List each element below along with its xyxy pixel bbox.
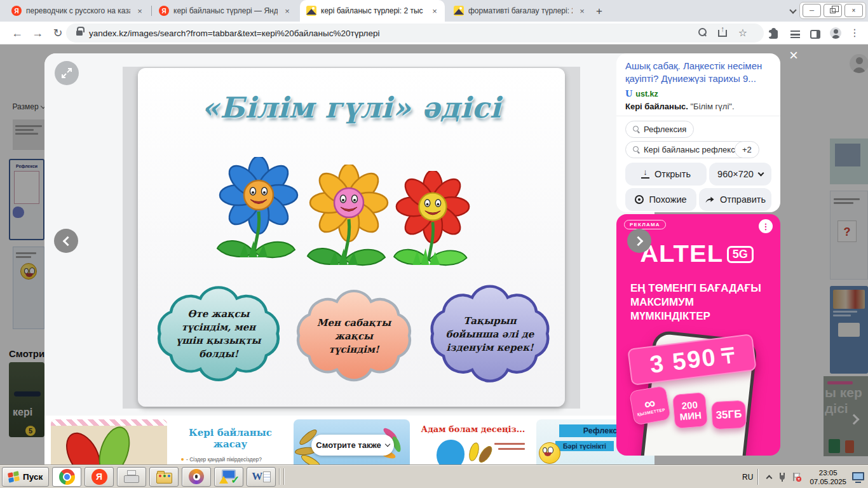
related-thumbnail[interactable]: Адам болам десеңіз... (415, 419, 531, 464)
tab-formative[interactable]: формативті бағалау түрлері: 2 ты × (447, 0, 592, 22)
yandex-favicon: Я (159, 6, 169, 16)
more-tags-button[interactable]: +2 (735, 141, 759, 158)
time: 23:05 (810, 468, 846, 477)
tenge-symbol (721, 346, 735, 364)
open-image-button[interactable]: Открыть (625, 163, 707, 186)
result-snippet: Кері байланыс. "Білім гүлі". (625, 102, 735, 111)
tag-keri-bailanys[interactable]: Кері байланыс рефлексия (625, 141, 752, 158)
tab-search[interactable]: Я кері байланыс түрлері — Яндекс: н × (153, 0, 297, 22)
folder-icon (156, 473, 172, 484)
related-thumbnail[interactable]: Кері байланыс жасау - Сіздер қандай пікі… (172, 419, 288, 464)
bullet-icon (181, 458, 184, 461)
start-button[interactable]: Пуск (2, 467, 49, 487)
tab-separator (151, 6, 152, 16)
security-orb-icon (189, 469, 204, 484)
restore-button[interactable] (824, 4, 842, 17)
taskbar-security-button[interactable] (182, 467, 211, 487)
minimize-button[interactable]: ─ (803, 4, 821, 17)
windows-logo-icon (8, 471, 20, 482)
thumbnail-line: Бәрі түсінікті (555, 441, 614, 451)
tab-translator[interactable]: Я переводчик с русского на казахск × (5, 0, 150, 22)
tab-close-icon[interactable]: × (135, 6, 145, 16)
address-bar[interactable]: yandex.kz/images/search?from=tabbar&text… (66, 24, 764, 43)
search-icon (633, 126, 640, 133)
viewed-image[interactable]: «Білім гүлі» әдісі (138, 68, 565, 407)
close-viewer-button[interactable]: × (785, 47, 802, 64)
system-tray: RU 23:05 07.05.2025 (742, 465, 868, 488)
hidden-icons-chevron[interactable] (766, 475, 773, 481)
profile-avatar-icon[interactable] (830, 27, 841, 39)
viewer-image-area: «Білім гүлі» әдісі (123, 67, 580, 409)
cloud-text: Тақырып бойынша әлі де ізденуім керек! (420, 280, 560, 388)
snippet-bold: Кері байланыс. (625, 102, 688, 111)
url-text: yandex.kz/images/search?from=tabbar&text… (89, 29, 379, 38)
forward-button[interactable]: → (29, 25, 46, 41)
reading-list-icon[interactable] (789, 28, 801, 39)
taskbar-grip (279, 468, 280, 485)
see-also-button[interactable]: Смотрите также (311, 435, 394, 456)
tab-images-active[interactable]: кері байланыс түрлері: 2 тыс изоб × (300, 0, 445, 22)
close-window-button[interactable]: × (844, 4, 863, 17)
tag-label: Рефлексия (644, 125, 686, 134)
screen: Я переводчик с русского на казахск × Я к… (0, 0, 868, 488)
similar-images-button[interactable]: Похожие (625, 188, 696, 211)
search-icon (633, 146, 640, 153)
show-desktop-icon[interactable] (851, 471, 865, 483)
thumbnail-line: - Сіздер қандай пікірдесіздер? (186, 456, 262, 463)
unlimited-services-chip: ∞ ҚЫЗМЕТТЕР (629, 385, 671, 425)
taskbar-yandex-button[interactable]: Я (85, 467, 114, 487)
send-arrow-icon (705, 195, 715, 204)
power-plug-icon[interactable] (778, 472, 787, 482)
tag-refleksiya[interactable]: Рефлексия (625, 121, 694, 138)
image-viewer-modal: «Білім гүлі» әдісі (44, 53, 654, 464)
tab-close-icon[interactable]: × (430, 6, 440, 16)
side-panel-icon[interactable] (810, 28, 821, 39)
search-icon[interactable] (696, 27, 708, 39)
see-also-label: Смотрите также (316, 440, 381, 450)
taskbar-chrome-button[interactable] (52, 467, 81, 487)
next-image-button[interactable] (627, 229, 651, 253)
feedback-cloud-purple: Тақырып бойынша әлі де ізденуім керек! (420, 280, 560, 388)
cloud-text: Өте жақсы түсіндім, мен үшін қызықты бол… (147, 281, 290, 387)
taskbar-monitor-button[interactable]: ✓ (214, 467, 243, 487)
chevron-down-icon (757, 170, 764, 176)
more-tags-count: +2 (742, 145, 752, 154)
feedback-cloud-orange: Мен сабақты жақсы түсіндім! (287, 285, 421, 387)
send-label: Отправить (720, 194, 766, 205)
resolution-label: 960×720 (717, 169, 754, 179)
share-icon[interactable] (717, 27, 728, 39)
back-button[interactable]: ← (9, 25, 25, 41)
similar-icon (635, 195, 644, 204)
page-content: Размер Рефлекси Смотрит кері 5 ? (0, 44, 868, 464)
blue-flower-illustration (214, 157, 303, 268)
browser-menu-icon[interactable]: ⋮ (849, 27, 860, 38)
chevron-right-icon (633, 236, 643, 246)
bookmark-star-icon[interactable]: ☆ (737, 27, 749, 39)
language-indicator[interactable]: RU (742, 473, 753, 482)
related-thumbnail[interactable] (51, 419, 167, 464)
yandex-browser-icon: Я (92, 469, 107, 485)
taskbar-word-button[interactable]: W (247, 467, 276, 487)
send-button[interactable]: Отправить (699, 188, 771, 211)
fullscreen-expand-button[interactable] (55, 61, 79, 85)
result-title-link[interactable]: Ашық сабақ. Лаңкестік несімен қауіпті? Д… (625, 60, 770, 85)
chrome-icon (59, 469, 75, 485)
cloud-text: Мен сабақты жақсы түсіндім! (287, 285, 421, 387)
tab-close-icon[interactable]: × (282, 6, 292, 16)
resolution-dropdown[interactable]: 960×720 (709, 163, 771, 186)
monitor-status-icon: ✓ (220, 469, 238, 484)
tab-close-icon[interactable]: × (577, 6, 587, 16)
previous-image-button[interactable] (54, 229, 78, 253)
action-center-flag-icon[interactable] (792, 472, 802, 482)
download-icon (641, 170, 649, 179)
extensions-puzzle-icon[interactable] (768, 28, 779, 39)
taskbar-clock[interactable]: 23:05 07.05.2025 (810, 468, 846, 486)
tab-list-chevron-icon[interactable] (789, 6, 796, 13)
taskbar-printer-button[interactable] (117, 467, 146, 487)
source-row[interactable]: U ust.kz (625, 89, 658, 98)
tray-divider (757, 469, 759, 485)
new-tab-button[interactable]: + (591, 3, 607, 20)
ad-menu-icon[interactable]: ⋮ (759, 219, 773, 233)
reload-button[interactable]: ↻ (50, 25, 66, 41)
taskbar-folder-button[interactable] (149, 467, 179, 487)
